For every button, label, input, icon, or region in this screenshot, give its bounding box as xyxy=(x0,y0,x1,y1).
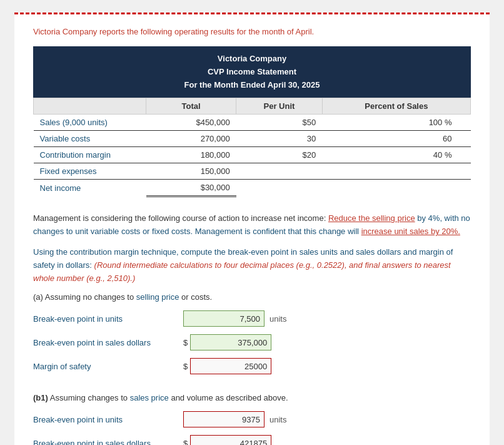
cvp-table-header-row: Total Per Unit Percent of Sales xyxy=(34,98,471,115)
col-header-percent: Percent of Sales xyxy=(322,98,470,115)
cvp-title-line1: Victoria Company xyxy=(42,53,462,66)
section-a: (a) Assuming no changes to selling price… xyxy=(33,292,471,374)
section-b1-bold: (b1) xyxy=(33,393,48,402)
intro-text-span: Victoria Company reports the following o… xyxy=(33,27,314,36)
cvp-label-1: Variable costs xyxy=(34,131,146,147)
section-b1-value-1: 9375 xyxy=(242,415,260,424)
cvp-pct-3 xyxy=(322,163,470,180)
section-b1-value-2: 421875 xyxy=(240,439,267,445)
cvp-total-0: $450,000 xyxy=(146,115,236,131)
section-b1-input-2[interactable]: 421875 xyxy=(190,435,271,445)
section-b1-units-1: units xyxy=(270,415,286,424)
cvp-label-2: Contribution margin xyxy=(34,147,146,163)
section-a-input-2[interactable]: 375,000 xyxy=(190,334,271,350)
section-a-label-1: Break-even point in units xyxy=(33,314,183,324)
section-b1-row-1: Break-even point in units 9375 units xyxy=(33,411,471,427)
page-container: Victoria Company reports the following o… xyxy=(14,13,490,445)
section-b1-row-2: Break-even point in sales dollars $ 4218… xyxy=(33,435,471,445)
section-a-dollar-3: $ xyxy=(183,362,188,371)
cvp-perunit-0: $50 xyxy=(236,115,323,131)
cvp-row-4: Net income$30,000 xyxy=(34,180,471,197)
reduce-price-text: Reduce the selling price xyxy=(328,213,415,223)
instruction-part2: (Round intermediate calculations to four… xyxy=(33,260,451,283)
cvp-total-3: 150,000 xyxy=(146,163,236,180)
cvp-total-4: $30,000 xyxy=(146,180,236,197)
cvp-row-2: Contribution margin180,000$2040 % xyxy=(34,147,471,163)
cvp-perunit-2: $20 xyxy=(236,147,323,163)
cvp-perunit-4 xyxy=(236,180,323,197)
section-a-label-2: Break-even point in sales dollars xyxy=(33,338,183,347)
cvp-perunit-1: 30 xyxy=(236,131,323,147)
intro-text: Victoria Company reports the following o… xyxy=(33,27,471,36)
section-b1-blue: sales price xyxy=(130,393,169,402)
increase-text: increase unit sales by 20%. xyxy=(361,227,460,236)
cvp-pct-4 xyxy=(322,180,470,197)
instruction-description: Using the contribution margin technique,… xyxy=(33,246,471,285)
cvp-header: Victoria Company CVP Income Statement Fo… xyxy=(33,46,471,98)
cvp-pct-1: 60 xyxy=(322,131,470,147)
cvp-label-3: Fixed expenses xyxy=(34,163,146,180)
cvp-row-3: Fixed expenses150,000 xyxy=(34,163,471,180)
section-b1-label-1: Break-even point in units xyxy=(33,415,183,424)
cvp-table: Total Per Unit Percent of Sales Sales (9… xyxy=(33,98,471,197)
section-b1-label: (b1) Assuming changes to sales price and… xyxy=(33,393,471,402)
cvp-perunit-3 xyxy=(236,163,323,180)
cvp-label-0: Sales (9,000 units) xyxy=(34,115,146,131)
section-a-row-1: Break-even point in units 7,500 units xyxy=(33,310,471,327)
section-b1: (b1) Assuming changes to sales price and… xyxy=(33,393,471,445)
cvp-row-1: Variable costs270,0003060 xyxy=(34,131,471,147)
section-a-row-3: Margin of safety $ 25000 xyxy=(33,358,471,374)
cvp-row-0: Sales (9,000 units)$450,000$50100 % xyxy=(34,115,471,131)
cvp-pct-2: 40 % xyxy=(322,147,470,163)
cvp-total-1: 270,000 xyxy=(146,131,236,147)
cvp-label-4: Net income xyxy=(34,180,146,197)
section-a-value-1: 7,500 xyxy=(239,314,260,324)
cvp-title-line3: For the Month Ended April 30, 2025 xyxy=(42,79,462,92)
cvp-total-2: 180,000 xyxy=(146,147,236,163)
cvp-pct-0: 100 % xyxy=(322,115,470,131)
section-a-label: (a) Assuming no changes to selling price… xyxy=(33,292,471,302)
col-header-label xyxy=(34,98,146,115)
col-header-per-unit: Per Unit xyxy=(236,98,323,115)
section-b1-dollar-2: $ xyxy=(183,439,188,445)
section-b1-input-1[interactable]: 9375 xyxy=(183,411,265,427)
management-description: Management is considering the following … xyxy=(33,212,471,238)
col-header-total: Total xyxy=(146,98,236,115)
section-a-row-2: Break-even point in sales dollars $ 375,… xyxy=(33,334,471,350)
section-a-units-1: units xyxy=(270,314,286,324)
section-a-input-1[interactable]: 7,500 xyxy=(183,310,265,327)
cvp-table-wrapper: Victoria Company CVP Income Statement Fo… xyxy=(33,46,471,197)
section-b1-label-2: Break-even point in sales dollars xyxy=(33,439,183,445)
section-a-value-3: 25000 xyxy=(244,362,267,371)
cvp-title-line2: CVP Income Statement xyxy=(42,66,462,79)
section-a-input-3[interactable]: 25000 xyxy=(190,358,271,374)
section-a-label-3: Margin of safety xyxy=(33,362,183,371)
section-a-blue: selling price xyxy=(136,292,179,302)
section-a-value-2: 375,000 xyxy=(238,338,267,347)
section-a-dollar-2: $ xyxy=(183,338,188,347)
